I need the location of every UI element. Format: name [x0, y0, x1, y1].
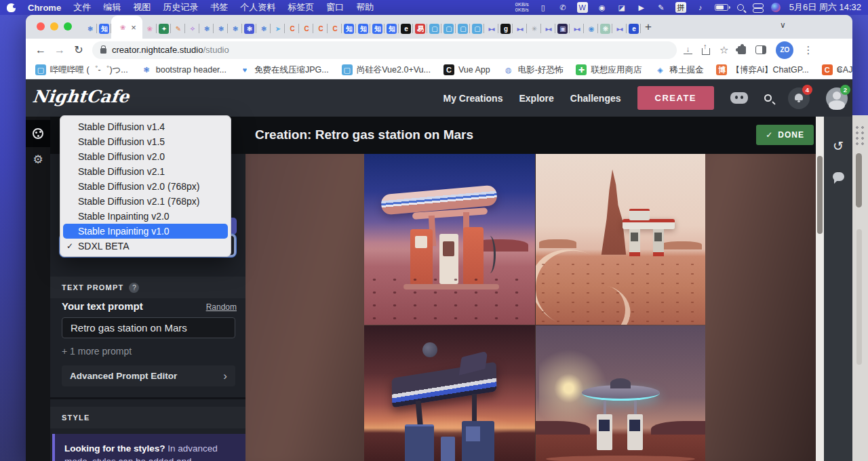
browser-tab[interactable]: 易 — [413, 18, 427, 39]
model-option[interactable]: Stable Diffusion v2.0 — [60, 149, 231, 164]
menubar-menu-item[interactable]: 编辑 — [103, 1, 121, 14]
browser-tab[interactable]: C — [328, 18, 342, 39]
model-option[interactable]: Stable Diffusion v2.1 (768px) — [60, 194, 231, 209]
tab-close-icon[interactable]: × — [131, 23, 136, 32]
menubar-menu-item[interactable]: Chrome — [28, 3, 61, 13]
browser-tab[interactable]: ✳ — [527, 18, 541, 39]
site-search-icon[interactable] — [764, 94, 772, 102]
battery-icon[interactable] — [715, 4, 728, 11]
maximize-window-button[interactable] — [64, 22, 72, 31]
browser-tab[interactable]: ❋ — [598, 18, 612, 39]
creation-image-3[interactable] — [364, 325, 535, 461]
browser-tab[interactable]: ❀ × — [111, 16, 142, 39]
model-option[interactable]: Stable Inpainting v2.0 — [60, 209, 231, 224]
browser-tab[interactable]: C — [285, 18, 299, 39]
menubar-menu-item[interactable]: 帮助 — [356, 1, 374, 14]
browser-tab[interactable]: 知 — [370, 18, 384, 39]
bookmarks-overflow-chevron[interactable]: » — [837, 64, 842, 75]
bookmark-item[interactable]: ✚ 联想应用商店 — [576, 64, 642, 76]
address-bar[interactable]: creator.nightcafe.studio/studio — [92, 41, 677, 59]
bookmark-item[interactable]: ❃ bootstrap header... — [141, 64, 226, 75]
eye-icon[interactable]: ◉ — [597, 2, 608, 13]
browser-tab[interactable]: ✎ — [171, 18, 185, 39]
control-center-icon[interactable] — [753, 3, 762, 12]
browser-tab[interactable]: ▢ — [456, 18, 470, 39]
model-option[interactable]: Stable Diffusion v1.4 — [60, 119, 231, 134]
pinyin-input-icon[interactable]: 拼 — [675, 2, 686, 13]
bookmark-item[interactable]: ♥ 免费在线压缩JPG... — [239, 64, 329, 76]
menubar-menu-item[interactable]: 窗口 — [326, 1, 344, 14]
model-option[interactable]: Stable Inpainting v1.0 — [63, 224, 228, 239]
text-prompt-input[interactable] — [62, 317, 235, 338]
display-icon[interactable]: ▯ — [538, 2, 549, 13]
page-scrollbar[interactable] — [816, 117, 824, 461]
history-icon[interactable]: ↺ — [824, 138, 852, 154]
model-option[interactable]: ✓ SDXL BETA — [60, 239, 231, 254]
bookmark-item[interactable]: ▢ 哔哩哔哩 (゜-゜)つ... — [35, 64, 128, 76]
settings-rail-button[interactable]: ⚙ — [26, 153, 50, 172]
side-panel-icon[interactable] — [755, 45, 766, 54]
downloads-icon[interactable]: ↓ — [684, 45, 692, 54]
browser-tab[interactable]: ◉ — [584, 18, 598, 39]
bookmark-item[interactable]: ▢ 尚硅谷Vue2.0+Vu... — [342, 64, 431, 76]
screenshot-icon[interactable]: ◪ — [616, 2, 627, 13]
browser-tab[interactable]: ▢ — [427, 18, 441, 39]
browser-tab[interactable]: ▸◂ — [484, 18, 498, 39]
browser-tab[interactable]: ▢ — [470, 18, 484, 39]
browser-tab[interactable]: ❃ — [83, 18, 97, 39]
share-icon[interactable] — [702, 48, 710, 55]
browser-tab[interactable]: g — [498, 18, 513, 39]
spotlight-search-icon[interactable] — [737, 4, 744, 11]
back-button[interactable]: ← — [31, 44, 50, 56]
browser-tab[interactable]: ❃ — [228, 18, 242, 39]
model-option[interactable]: Stable Diffusion v2.0 (768px) — [60, 179, 231, 194]
menubar-menu-item[interactable]: 个人资料 — [240, 1, 275, 14]
page-url[interactable]: creator.nightcafe.studio/studio — [112, 45, 229, 55]
browser-tab[interactable]: C — [313, 18, 328, 39]
comments-icon[interactable] — [833, 172, 844, 181]
browser-tab[interactable]: ▸◂ — [541, 18, 555, 39]
notifications-button[interactable]: 4 — [788, 87, 810, 109]
create-panel-tab[interactable] — [26, 120, 50, 147]
extensions-icon[interactable] — [738, 46, 746, 54]
browser-tab[interactable]: ➤ — [271, 18, 285, 39]
new-tab-button[interactable]: + — [640, 19, 656, 35]
scrollbar-thumb[interactable] — [817, 156, 823, 234]
browser-tab[interactable]: ▸◂ — [570, 18, 584, 39]
browser-tab[interactable]: C — [299, 18, 313, 39]
menubar-menu-item[interactable]: 书签 — [210, 1, 228, 14]
apple-menu-icon[interactable] — [7, 3, 16, 12]
reload-button[interactable]: ↻ — [69, 43, 88, 56]
lock-icon[interactable] — [100, 48, 106, 54]
bookmark-item[interactable]: ◍ 电影-好恐怖 — [503, 64, 564, 76]
browser-tab[interactable]: e — [399, 18, 413, 39]
menubar-menu-item[interactable]: 文件 — [73, 1, 91, 14]
minimize-window-button[interactable] — [50, 22, 58, 31]
browser-tab[interactable]: ❃ — [199, 18, 214, 39]
bookmark-item[interactable]: ◈ 稀土掘金 — [654, 64, 703, 76]
model-option[interactable]: Stable Diffusion v2.1 — [60, 164, 231, 179]
mute-icon[interactable]: ♪ — [695, 2, 706, 13]
browser-tab[interactable]: ❃ — [214, 18, 228, 39]
browser-tab[interactable]: ✦ — [157, 18, 171, 39]
chrome-profile-avatar[interactable]: ZO — [776, 41, 793, 59]
bookmark-item[interactable]: C Vue App — [443, 64, 490, 75]
menubar-menu-item[interactable]: 视图 — [133, 1, 151, 14]
browser-tab[interactable]: 知 — [384, 18, 399, 39]
create-button[interactable]: CREATE — [637, 86, 714, 110]
browser-tab[interactable]: e — [627, 18, 641, 39]
menubar-clock[interactable]: 5月6日 周六 14:32 — [789, 1, 861, 14]
browser-tab[interactable]: ✧ — [185, 18, 199, 39]
play-icon[interactable]: ▶ — [636, 2, 647, 13]
chrome-menu-icon[interactable]: ⋮ — [803, 44, 813, 56]
browser-tab[interactable]: 知 — [356, 18, 370, 39]
menubar-menu-item[interactable]: 历史记录 — [163, 1, 198, 14]
forward-button[interactable]: → — [50, 44, 69, 56]
menubar-menu-item[interactable]: 标签页 — [288, 1, 314, 14]
model-option[interactable]: Stable Diffusion v1.5 — [60, 134, 231, 149]
wps-icon[interactable]: W — [577, 2, 588, 13]
bookmark-star-icon[interactable]: ☆ — [719, 44, 728, 56]
discord-icon[interactable] — [730, 92, 748, 104]
help-icon[interactable]: ? — [129, 283, 139, 293]
site-nav-item[interactable]: Explore — [519, 93, 553, 104]
